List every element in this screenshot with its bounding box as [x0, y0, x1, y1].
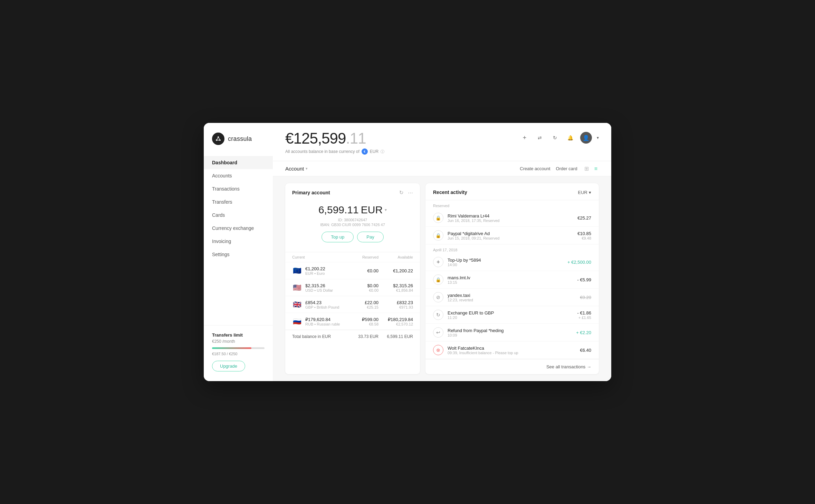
main-nav: Dashboard Accounts Transactions Transfer…	[204, 153, 273, 325]
activity-item-wolt[interactable]: ⊗ Wolt FatcateKInca 09:39, Insufficient …	[425, 341, 599, 359]
sidebar-item-currency-exchange[interactable]: Currency exchange	[204, 222, 273, 235]
currency-reserved-usd-sub: €0.00	[347, 288, 378, 292]
avatar[interactable]: 👤	[580, 132, 592, 144]
plus-icon-topup: +	[433, 257, 443, 267]
sidebar-item-cards[interactable]: Cards	[204, 209, 273, 222]
account-iban: IBAN: GB30 CIUR 0099 7606 7426 47	[292, 223, 413, 227]
sidebar-item-transfers[interactable]: Transfers	[204, 195, 273, 209]
currency-available-eur: €1,200.22	[378, 268, 413, 273]
sidebar-item-accounts[interactable]: Accounts	[204, 169, 273, 182]
activity-item-topup[interactable]: + Top-Up by *5894 14:00 + €2,500.00	[425, 253, 599, 271]
eur-badge: €	[362, 148, 368, 155]
refresh-button[interactable]: ↻	[550, 133, 560, 143]
activity-header: Recent activity EUR ▾	[425, 183, 599, 200]
currency-filter-dropdown[interactable]: EUR ▾	[578, 190, 591, 195]
currency-available-rub-sub: €2,570.12	[378, 322, 413, 326]
logo-area: crassula	[204, 123, 273, 153]
account-btns: Top up Pay	[292, 232, 413, 242]
activity-sub-paypal-dig: Jun 15, 2018, 09:21, Reserved	[448, 236, 573, 240]
progress-bar	[212, 347, 265, 349]
col-current: Current	[292, 255, 347, 259]
activity-panel: Recent activity EUR ▾ Reserved 🔒 Rimi Va…	[425, 183, 599, 374]
account-balance-section: 6,599.11 EUR ▾ ID: 38006742647 IBAN: GB3…	[285, 196, 420, 245]
currency-reserved-gbp: £22.00	[347, 300, 378, 305]
activity-item-refund[interactable]: ↩ Refund from Paypal *heding 10:09 + €2.…	[425, 324, 599, 341]
sub-header: Account ▾ Create account Order card ⊞ ≡	[273, 161, 611, 176]
sub-header-actions: Create account Order card ⊞ ≡	[520, 165, 599, 173]
activity-info-exchange: Exchange EUR to GBP 11:20	[448, 310, 573, 320]
activity-info-mans: mans.lmt.lv 13:15	[448, 275, 573, 284]
lock-icon-paypal-dig: 🔒	[433, 230, 443, 241]
account-id: ID: 38006742647	[292, 218, 413, 222]
add-button[interactable]: +	[519, 133, 530, 143]
lock-icon-rimi: 🔒	[433, 213, 443, 223]
flag-eur: 🇪🇺	[292, 266, 302, 275]
activity-item-yandex[interactable]: ⊘ yandex.taxi 12:23, reverted €0.20	[425, 289, 599, 306]
account-balance-value: 6,599.11	[318, 204, 359, 216]
activity-item-mans[interactable]: 🔒 mans.lmt.lv 13:15 - €5.99	[425, 271, 599, 289]
order-card-link[interactable]: Order card	[556, 166, 577, 171]
chevron-down-icon[interactable]: ▾	[597, 135, 599, 140]
currency-available-gbp-sub: €971.93	[378, 305, 413, 309]
account-balance-main: 6,599.11 EUR ▾	[292, 204, 413, 216]
activity-name-rimi: Rimi Valdemara Lr44	[448, 213, 573, 219]
sidebar-item-invoicing[interactable]: Invoicing	[204, 235, 273, 248]
svg-line-3	[217, 137, 218, 140]
currency-sub-gbp: GBP • British Pound	[305, 305, 339, 309]
flag-rub: 🇷🇺	[292, 317, 302, 326]
currency-row-eur[interactable]: 🇪🇺 €1,200.22 EUR • Euro €0.00 €1,200.22	[285, 262, 420, 279]
lock-icon-mans: 🔒	[433, 274, 443, 285]
more-options-icon[interactable]: ⋯	[408, 190, 413, 196]
currency-chevron-icon[interactable]: ▾	[385, 207, 387, 212]
activity-amount-paypal-dig: €10.85	[577, 231, 591, 236]
activity-item-exchange[interactable]: ↻ Exchange EUR to GBP 11:20 - €1.86 + £1…	[425, 306, 599, 324]
activity-item-paypal-dig[interactable]: 🔒 Paypal *digitalrive Ad Jun 15, 2018, 0…	[425, 227, 599, 244]
currency-row-rub[interactable]: 🇷🇺 ₽179,620.84 RUB • Russian ruble ₽599.…	[285, 313, 420, 330]
pay-button[interactable]: Pay	[357, 232, 383, 242]
account-dropdown[interactable]: Account ▾	[285, 166, 308, 172]
activity-sub-yandex: 12:23, reverted	[448, 298, 576, 302]
top-up-button[interactable]: Top up	[322, 232, 354, 242]
balance-integer: €125,599	[285, 130, 346, 147]
sidebar-item-transactions[interactable]: Transactions	[204, 182, 273, 195]
activity-sub-refund: 10:09	[448, 333, 572, 337]
activity-item-rimi[interactable]: 🔒 Rimi Valdemara Lr44 Jun 16, 2018, 17:3…	[425, 209, 599, 227]
activity-name-refund: Refund from Paypal *heding	[448, 328, 572, 333]
activity-name-mans: mans.lmt.lv	[448, 275, 573, 280]
account-card-title: Primary account	[292, 190, 330, 195]
activity-title: Recent activity	[433, 190, 467, 195]
upgrade-button[interactable]: Upgrade	[212, 361, 245, 371]
currency-available-gbp: £832.23	[378, 300, 413, 305]
progress-bar-fill	[212, 347, 251, 349]
activity-info-yandex: yandex.taxi 12:23, reverted	[448, 293, 576, 302]
activity-sub-topup: 14:00	[448, 263, 563, 267]
activity-name-yandex: yandex.taxi	[448, 293, 576, 298]
currency-reserved-usd: $0.00	[347, 283, 378, 288]
currency-row-usd[interactable]: 🇺🇸 $2,315.26 USD • US Dollar $0.00 €0.00…	[285, 279, 420, 296]
transfer-button[interactable]: ⇄	[535, 133, 545, 143]
activity-name-paypal-dig: Paypal *digitalrive Ad	[448, 231, 573, 236]
see-all-transactions-link[interactable]: See all transactions →	[425, 359, 599, 374]
list-view-button[interactable]: ≡	[593, 165, 599, 173]
notifications-button[interactable]: 🔔	[565, 133, 575, 143]
activity-info-paypal-dig: Paypal *digitalrive Ad Jun 15, 2018, 09:…	[448, 231, 573, 240]
grid-view-button[interactable]: ⊞	[583, 165, 590, 173]
transfers-limit-label: Transfers limit	[212, 332, 265, 338]
currency-info-rub: 🇷🇺 ₽179,620.84 RUB • Russian ruble	[292, 317, 347, 326]
activity-sub-rimi: Jun 16, 2018, 17:35, Reserved	[448, 219, 573, 223]
view-toggle: ⊞ ≡	[583, 165, 599, 173]
create-account-link[interactable]: Create account	[520, 166, 550, 171]
balance-currency: EUR	[370, 149, 378, 154]
refresh-account-icon[interactable]: ↻	[399, 190, 404, 196]
currency-available-usd-sub: €1,856.84	[378, 288, 413, 292]
cancel-icon-yandex: ⊘	[433, 292, 443, 302]
currency-available-usd: $2,315.26	[378, 283, 413, 288]
sidebar-item-dashboard[interactable]: Dashboard	[204, 156, 273, 169]
sidebar-item-settings[interactable]: Settings	[204, 248, 273, 261]
currency-filter-chevron: ▾	[589, 190, 591, 195]
date-label-april: Aprill 17, 2018	[425, 244, 599, 253]
balance-area: €125,599.11 All accounts balance in base…	[285, 130, 384, 155]
table-footer: Total balance in EUR 33.73 EUR 6,599.11 …	[285, 330, 420, 343]
currency-row-gbp[interactable]: 🇬🇧 £854.23 GBP • British Pound £22.00 €2…	[285, 296, 420, 313]
currency-reserved-eur: €0.00	[347, 268, 378, 273]
